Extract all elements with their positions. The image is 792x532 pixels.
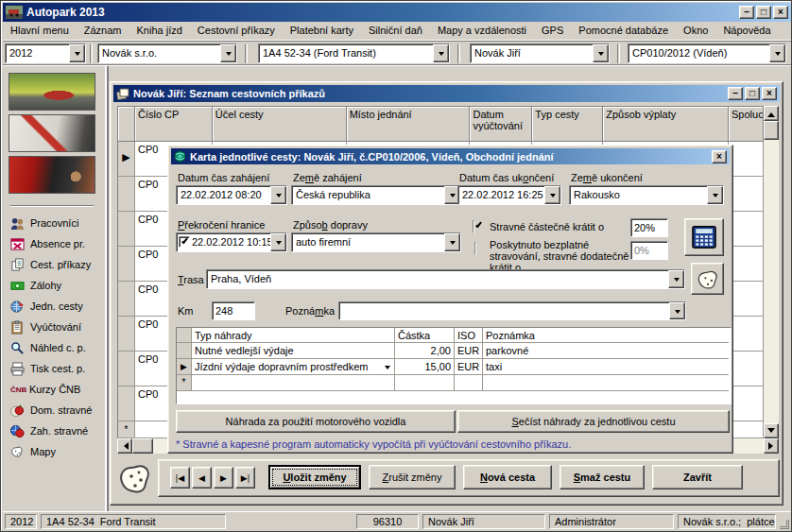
menu-mapy-a-vzdalenosti[interactable]: Mapy a vzdálenosti <box>430 23 534 40</box>
row-selector-cell[interactable] <box>118 247 135 282</box>
row-selector-cell[interactable] <box>118 282 135 317</box>
nav-next-button[interactable]: ▶ <box>214 467 233 489</box>
person-dropdown-button[interactable] <box>593 44 609 62</box>
list-maximize-button[interactable]: □ <box>745 87 760 100</box>
trip-dropdown-button[interactable] <box>769 44 785 62</box>
scroll-up-button[interactable] <box>764 106 779 121</box>
expenses-new-row[interactable]: * <box>177 375 731 391</box>
meal-free-percent-field[interactable]: 0% <box>630 241 668 260</box>
row-selector-cell[interactable] <box>118 352 135 386</box>
minimize-button[interactable]: – <box>739 6 754 19</box>
close-button[interactable]: × <box>773 6 788 19</box>
map-icon[interactable] <box>116 461 154 493</box>
sidebar-item-tisk[interactable]: Tisk cest. p. <box>3 358 105 379</box>
column-header-ucel-cesty[interactable]: Účel cesty <box>213 107 347 142</box>
column-header-zpusob-vyplaty[interactable]: Způsob výplaty <box>603 107 729 142</box>
sidebar-item-zalohy[interactable]: Zálohy <box>3 275 105 296</box>
row-selector-cell[interactable] <box>177 343 192 359</box>
km-field[interactable]: 248 <box>212 301 255 320</box>
sum-compensations-button[interactable]: Sečíst náhrady za jednotlivou cestu <box>457 410 730 433</box>
sidebar-item-pracovnici[interactable]: Pracovníci <box>3 213 105 233</box>
menu-napoveda[interactable]: Nápověda <box>715 23 778 40</box>
sidebar-item-zah-stravne[interactable]: Zah. stravné <box>3 420 105 441</box>
end-datetime-dropdown[interactable] <box>544 186 560 204</box>
row-selector-cell[interactable] <box>118 386 135 421</box>
expenses-row-selected[interactable]: ▶ Jízdní výdaje dopravním prostředkem 15… <box>177 359 731 375</box>
note-dropdown[interactable] <box>669 302 685 319</box>
scroll-thumb[interactable] <box>764 121 779 140</box>
menu-hlavni-menu[interactable]: Hlavní menu <box>3 23 77 40</box>
new-trip-button[interactable]: Nová cesta <box>463 465 552 489</box>
cell-poznamka[interactable]: taxi <box>483 359 729 375</box>
nav-first-button[interactable]: |◀ <box>170 467 190 489</box>
nav-last-button[interactable]: ▶| <box>235 467 255 489</box>
new-row-selector-cell[interactable]: * <box>177 375 192 391</box>
save-changes-button[interactable]: Uložit změny <box>268 465 361 489</box>
vehicle-select[interactable]: 1A4 52-34 (Ford Transit) <box>258 43 450 63</box>
cell-iso[interactable]: EUR <box>455 359 483 375</box>
scroll-right-button[interactable] <box>764 438 779 454</box>
expenses-row[interactable]: Nutné vedlejší výdaje 2,00 EUR parkovné <box>177 343 731 359</box>
cell-typ-nahrady[interactable]: Nutné vedlejší výdaje <box>192 343 395 359</box>
calculator-button[interactable] <box>684 218 724 256</box>
sidebar-item-kurzy-cnb[interactable]: ČNB Kurzy ČNB <box>3 379 105 400</box>
end-country-field[interactable]: Rakousko <box>569 185 724 205</box>
cell-typ-dropdown[interactable] <box>380 359 394 374</box>
cell-poznamka[interactable]: parkovné <box>483 343 729 359</box>
sidebar-item-dom-stravne[interactable]: Dom. stravné <box>3 400 105 420</box>
list-close-button[interactable]: × <box>762 87 777 100</box>
vertical-scrollbar[interactable] <box>764 106 779 438</box>
delete-trip-button[interactable]: Smaž cestu <box>560 465 645 489</box>
menu-silnicni-dan[interactable]: Silniční daň <box>361 23 430 40</box>
cell-castka[interactable]: 15,00 <box>395 359 455 375</box>
cancel-changes-button[interactable]: Zrušit změny <box>369 465 456 489</box>
meal-free-checkbox[interactable] <box>474 242 476 255</box>
row-selector-cell[interactable] <box>118 177 135 212</box>
menu-zaznam[interactable]: Záznam <box>77 23 129 40</box>
transport-field[interactable]: auto firemní <box>291 232 461 252</box>
meal-cut-percent-field[interactable]: 20% <box>630 218 668 237</box>
year-dropdown-button[interactable] <box>69 44 85 62</box>
column-header-spolucestujici[interactable]: Spolucestující <box>729 107 764 142</box>
year-select[interactable]: 2012 <box>5 43 86 63</box>
company-select[interactable]: Novák s.r.o. <box>97 43 237 63</box>
scroll-left-button[interactable] <box>117 438 132 454</box>
border-cross-field[interactable]: 22.02.2012 10:15 <box>176 232 287 252</box>
note-field[interactable] <box>338 301 686 320</box>
trip-select[interactable]: CP010/2012 (Vídeň) <box>628 43 786 63</box>
sidebar-item-mapy[interactable]: Mapy <box>3 441 105 462</box>
row-selector-cell[interactable]: ▶ <box>118 142 135 177</box>
sidebar-item-vyuctovani[interactable]: Vyúčtování <box>3 317 105 337</box>
start-datetime-dropdown[interactable] <box>270 186 286 204</box>
person-select[interactable]: Novák Jiří <box>470 43 610 63</box>
sidebar-item-jedn-cesty[interactable]: Jedn. cesty <box>3 296 105 317</box>
end-datetime-field[interactable]: 22.02.2012 16:25 <box>457 185 561 205</box>
row-selector-cell[interactable] <box>118 317 135 352</box>
sidebar-item-cest-prikazy[interactable]: Cest. příkazy <box>3 254 105 275</box>
column-header-misto-jednani[interactable]: Místo jednání <box>347 107 471 142</box>
cell-castka[interactable]: 2,00 <box>395 343 455 359</box>
column-header-typ-cesty[interactable]: Typ cesty <box>532 107 603 142</box>
row-selector-cell[interactable]: ▶ <box>177 359 192 375</box>
transport-dropdown[interactable] <box>444 233 460 251</box>
vehicle-compensation-button[interactable]: Náhrada za použití motorového vozidla <box>176 410 456 433</box>
maximize-button[interactable]: □ <box>756 6 771 19</box>
row-selector-cell[interactable] <box>118 212 135 247</box>
end-country-dropdown[interactable] <box>707 186 723 204</box>
cell-typ-nahrady[interactable]: Jízdní výdaje dopravním prostředkem <box>192 359 395 375</box>
close-list-button[interactable]: Zavřít <box>652 465 743 489</box>
start-country-field[interactable]: Česká republika <box>291 185 461 205</box>
company-dropdown-button[interactable] <box>220 44 236 62</box>
column-header-datum-vyuctovani[interactable]: Datum vyúčtování <box>470 107 532 142</box>
menu-cestovni-prikazy[interactable]: Cestovní příkazy <box>190 23 283 40</box>
sidebar-item-nahled[interactable]: Náhled c. p. <box>3 337 105 358</box>
menu-kniha-jizd[interactable]: Kniha jízd <box>129 23 190 40</box>
meal-cut-checkbox[interactable] <box>473 220 474 233</box>
resize-grip[interactable] <box>780 520 789 529</box>
menu-platebni-karty[interactable]: Platební karty <box>283 23 361 40</box>
dialog-close-button[interactable]: × <box>712 150 727 163</box>
route-dropdown[interactable] <box>668 270 684 288</box>
vehicle-dropdown-button[interactable] <box>433 44 449 62</box>
scroll-thumb[interactable] <box>132 438 153 454</box>
column-header-cislo-cp[interactable]: Číslo CP <box>135 107 213 142</box>
